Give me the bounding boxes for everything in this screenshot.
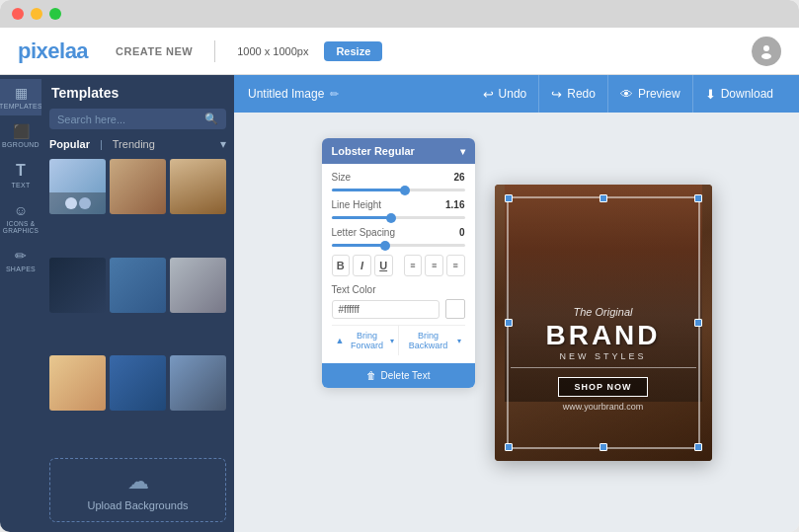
close-button[interactable] <box>12 8 24 20</box>
minimize-button[interactable] <box>31 8 42 20</box>
list-item[interactable] <box>49 258 106 313</box>
resize-button[interactable]: Resize <box>324 41 382 61</box>
letter-spacing-slider[interactable] <box>332 244 465 247</box>
trash-icon: 🗑 <box>366 370 376 381</box>
templates-label: TEMPLATES <box>0 103 42 110</box>
canvas-text-styles: NEW STYLES <box>511 351 696 368</box>
letter-spacing-row: Letter Spacing 0 <box>332 227 465 238</box>
upload-icon: ☁ <box>127 469 149 494</box>
bring-forward-chevron: ▾ <box>390 337 394 345</box>
canvas-area: Lobster Regular ▾ Size 26 <box>234 113 799 532</box>
align-left-button[interactable]: ≡ <box>404 255 423 276</box>
shapes-label: SHAPES <box>6 266 36 272</box>
canvas-image[interactable]: The Original BRAND NEW STYLES SHOP NOW w… <box>495 185 712 461</box>
bring-backward-button[interactable]: Bring Backward ▾ <box>399 326 465 355</box>
list-item[interactable] <box>110 159 166 214</box>
user-avatar[interactable] <box>752 37 781 66</box>
app-container: pixelaa CREATE NEW 1000 x 1000px Resize … <box>0 28 799 532</box>
size-value: 26 <box>453 172 464 183</box>
font-selector[interactable]: Lobster Regular ▾ <box>322 138 475 164</box>
letter-spacing-slider-thumb[interactable] <box>380 241 390 251</box>
text-icon: T <box>16 162 26 180</box>
text-label: TEXT <box>11 182 30 189</box>
color-swatch[interactable] <box>445 299 465 319</box>
bring-backward-chevron: ▾ <box>457 337 461 345</box>
templates-panel: Templates 🔍 Popular | Trending ▾ <box>41 75 234 532</box>
redo-label: Redo <box>567 87 596 101</box>
panel-title: Templates <box>49 85 226 101</box>
chevron-down-icon[interactable]: ▾ <box>220 137 226 151</box>
bold-button[interactable]: B <box>332 255 351 276</box>
search-input[interactable] <box>57 114 204 125</box>
delete-text-label: Delete Text <box>381 370 431 381</box>
letter-spacing-value: 0 <box>459 227 465 238</box>
tab-popular[interactable]: Popular <box>49 138 90 150</box>
sidebar-icons: ▦ TEMPLATES ⬛ BGROUND T TEXT ☺ ICONS &GR… <box>0 75 41 532</box>
header-divider <box>214 40 215 62</box>
tab-trending[interactable]: Trending <box>113 138 155 150</box>
sidebar-item-shapes[interactable]: ✏ SHAPES <box>0 242 41 278</box>
line-height-label: Line Height <box>332 199 382 210</box>
color-input-row: #ffffff <box>332 299 465 319</box>
search-box[interactable]: 🔍 <box>49 109 226 129</box>
download-icon: ⬇ <box>705 87 716 102</box>
sidebar-item-text[interactable]: T TEXT <box>0 156 41 194</box>
app-logo: pixelaa <box>18 38 88 64</box>
upload-backgrounds-button[interactable]: ☁ Upload Backgrounds <box>49 458 226 522</box>
sidebar-item-templates[interactable]: ▦ TEMPLATES <box>0 79 41 115</box>
sidebar-item-bground[interactable]: ⬛ BGROUND <box>0 117 41 154</box>
download-button[interactable]: ⬇ Download <box>693 75 785 113</box>
list-item[interactable] <box>110 355 166 411</box>
canvas-text-overlay: The Original BRAND NEW STYLES SHOP NOW w… <box>495 306 712 412</box>
redo-button[interactable]: ↪ Redo <box>539 75 608 113</box>
sidebar-item-icons[interactable]: ☺ ICONS &GRAPHICS <box>0 196 41 240</box>
bground-icon: ⬛ <box>13 123 30 139</box>
list-item[interactable] <box>49 355 106 411</box>
tab-divider: | <box>100 138 103 150</box>
size-slider-fill <box>332 189 405 191</box>
upload-label: Upload Backgrounds <box>87 499 188 511</box>
text-color-row: Text Color #ffffff <box>332 284 465 319</box>
svg-point-1 <box>761 53 771 59</box>
canvas-shop-button: SHOP NOW <box>558 377 649 397</box>
redo-icon: ↪ <box>551 87 562 102</box>
create-new-label: CREATE NEW <box>116 45 193 57</box>
font-chevron-icon: ▾ <box>460 146 465 157</box>
line-height-slider[interactable] <box>332 216 465 219</box>
templates-icon: ▦ <box>15 85 28 101</box>
letter-spacing-slider-fill <box>332 244 385 247</box>
line-height-slider-thumb[interactable] <box>386 213 396 223</box>
format-buttons: B I U ≡ ≡ ≡ <box>332 255 465 276</box>
undo-icon: ↩ <box>483 87 494 102</box>
list-item[interactable] <box>49 159 106 214</box>
panel-header-row: Popular | Trending ▾ <box>49 137 226 151</box>
list-item[interactable] <box>170 355 226 411</box>
bring-forward-button[interactable]: ▲ Bring Forward ▾ <box>332 326 399 355</box>
align-right-button[interactable]: ≡ <box>446 255 465 276</box>
maximize-button[interactable] <box>49 8 61 20</box>
list-item[interactable] <box>110 258 166 313</box>
edit-icon[interactable]: ✏ <box>330 88 339 101</box>
list-item[interactable] <box>170 159 226 214</box>
size-slider-thumb[interactable] <box>400 186 410 195</box>
italic-button[interactable]: I <box>353 255 371 276</box>
color-value[interactable]: #ffffff <box>332 300 439 319</box>
preview-icon: 👁 <box>620 87 633 102</box>
canvas-toolbar: Untitled Image ✏ ↩ Undo ↪ Redo 👁 Preview… <box>234 75 799 113</box>
text-properties-panel: Lobster Regular ▾ Size 26 <box>322 138 475 388</box>
shapes-icon: ✏ <box>15 248 27 264</box>
size-slider[interactable] <box>332 189 465 191</box>
canvas-text-original: The Original <box>511 306 696 318</box>
size-row: Size 26 <box>332 172 465 183</box>
undo-label: Undo <box>499 87 527 101</box>
undo-button[interactable]: ↩ Undo <box>471 75 540 113</box>
preview-button[interactable]: 👁 Preview <box>608 75 693 113</box>
size-label: Size <box>332 172 351 183</box>
align-center-button[interactable]: ≡ <box>425 255 443 276</box>
bground-label: BGROUND <box>2 141 40 148</box>
svg-point-0 <box>763 45 769 51</box>
letter-spacing-label: Letter Spacing <box>332 227 396 238</box>
underline-button[interactable]: U <box>374 255 393 276</box>
delete-text-button[interactable]: 🗑 Delete Text <box>322 363 475 388</box>
list-item[interactable] <box>170 258 226 313</box>
